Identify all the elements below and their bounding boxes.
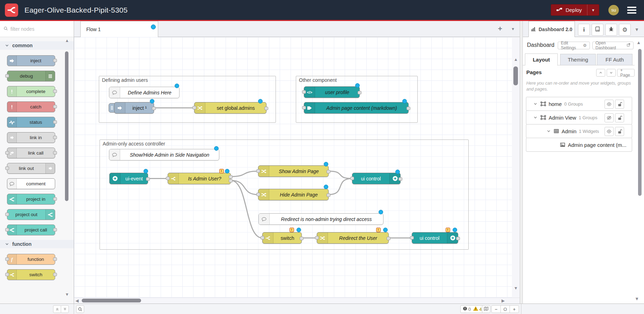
palette-node-function[interactable]: ffunction xyxy=(7,254,55,265)
node-output-port[interactable] xyxy=(152,107,156,110)
tree-row-Admin-page-content-m-[interactable]: Admin page content (m... xyxy=(526,138,632,152)
collapse-all-button[interactable] xyxy=(596,69,605,77)
palette-node-complete[interactable]: complete xyxy=(7,86,55,97)
node-output-port[interactable] xyxy=(53,136,57,139)
node-output-port[interactable] xyxy=(53,257,57,261)
node-output-port[interactable] xyxy=(146,177,150,181)
flow-canvas[interactable]: Defining admin usersOther componentAdmin… xyxy=(74,37,520,298)
sidebar-tabs-caret[interactable]: ▼ xyxy=(635,27,639,32)
node-input-port[interactable] xyxy=(256,193,260,196)
flow-list-caret[interactable]: ▾ xyxy=(512,26,514,31)
tab-theming[interactable]: Theming xyxy=(560,54,596,65)
tab-ff-auth[interactable]: FF Auth xyxy=(597,54,632,65)
config-tab-button[interactable]: ⚙ xyxy=(619,24,631,36)
tree-row-chevron[interactable] xyxy=(533,102,537,106)
palette-expand-button[interactable] xyxy=(61,305,69,313)
flow-node-ui-control-2[interactable]: ui control xyxy=(412,232,458,244)
zoom-reset-button[interactable]: O xyxy=(500,306,510,313)
palette-node-project-call[interactable]: project call xyxy=(7,224,55,235)
canvas-scroll-right[interactable]: ▶ xyxy=(502,299,505,303)
canvas-scroll-down[interactable]: ▼ xyxy=(514,286,518,290)
flow-node-ui-event[interactable]: ui-event xyxy=(109,173,148,184)
sidebar-resize-handle[interactable] xyxy=(520,21,523,304)
palette-node-project-out[interactable]: project out xyxy=(7,209,55,220)
node-output-port[interactable] xyxy=(53,120,57,124)
node-input-port[interactable] xyxy=(256,169,260,173)
node-input-port[interactable] xyxy=(261,236,264,240)
flow-node-ui-control-1[interactable]: ui control xyxy=(352,173,401,184)
flow-node-is-admin[interactable]: Is Admin User? xyxy=(168,173,231,184)
node-input-port[interactable] xyxy=(5,273,9,276)
info-tab-button[interactable]: i xyxy=(578,24,590,36)
lock-toggle-button[interactable] xyxy=(615,100,624,109)
tree-row-Admin-View[interactable]: Admin View1 Groups xyxy=(526,110,632,124)
visibility-toggle-button[interactable] xyxy=(605,113,614,122)
tab-dashboard-2[interactable]: Dashboard 2.0 xyxy=(528,21,575,37)
node-input-port[interactable] xyxy=(302,90,306,94)
flow-node-switch-node[interactable]: switch xyxy=(262,232,302,244)
flow-group-Defining-admin-users[interactable]: Defining admin users xyxy=(99,76,276,123)
open-dashboard-button[interactable]: Open Dashboard xyxy=(592,42,634,49)
sidebar-scroll-down[interactable]: ▼ xyxy=(635,296,639,301)
inject-button[interactable] xyxy=(109,103,115,113)
node-output-port[interactable] xyxy=(53,197,57,201)
palette-category-common[interactable]: common xyxy=(0,41,74,50)
node-input-port[interactable] xyxy=(5,228,9,231)
palette-node-link-out[interactable]: link out xyxy=(7,163,55,174)
canvas-scroll-left[interactable]: ◀ xyxy=(75,299,79,303)
sidebar-scroll-up[interactable]: ▲ xyxy=(636,40,641,45)
node-input-port[interactable] xyxy=(350,177,354,180)
deploy-button[interactable]: Deploy ▼ xyxy=(551,4,599,16)
deploy-options-caret[interactable]: ▼ xyxy=(587,5,599,15)
palette-node-link-call[interactable]: link call xyxy=(7,148,55,158)
node-input-port[interactable] xyxy=(192,106,196,109)
node-input-port[interactable] xyxy=(166,177,170,180)
node-input-port[interactable] xyxy=(5,151,9,155)
canvas-hscroll-thumb[interactable] xyxy=(82,299,141,302)
expand-all-button[interactable] xyxy=(607,69,616,77)
flow-node-comment-define[interactable]: Define Admins Here xyxy=(109,87,180,98)
add-flow-button[interactable]: + xyxy=(498,25,502,32)
node-output-port[interactable] xyxy=(53,59,57,62)
lock-toggle-button[interactable] xyxy=(615,113,624,122)
node-output-port[interactable] xyxy=(53,105,57,108)
tree-row-home[interactable]: home0 Groups xyxy=(526,97,632,111)
help-tab-button[interactable] xyxy=(592,24,603,36)
canvas-scroll-up[interactable]: ▲ xyxy=(514,57,518,62)
flow-tab[interactable]: Flow 1 xyxy=(80,21,158,37)
palette-node-link-in[interactable]: link in xyxy=(7,132,55,143)
flow-node-inject[interactable]: inject ¹ xyxy=(114,102,154,114)
canvas-search-button[interactable] xyxy=(76,305,84,313)
visibility-toggle-button[interactable] xyxy=(605,100,614,109)
tree-row-chevron[interactable] xyxy=(533,115,537,120)
notification-counts[interactable]: 0 4 xyxy=(460,305,484,313)
add-page-button[interactable]: + Page xyxy=(617,69,635,77)
palette-scrollbar-thumb[interactable] xyxy=(65,51,68,201)
node-output-port[interactable] xyxy=(53,151,57,155)
node-output-port[interactable] xyxy=(398,177,402,181)
node-output-port[interactable] xyxy=(53,273,57,276)
tree-row-chevron[interactable] xyxy=(547,129,551,133)
sidebar-scrollbar-thumb[interactable] xyxy=(638,49,642,196)
main-menu-button[interactable] xyxy=(627,7,636,14)
zoom-out-button[interactable]: − xyxy=(492,306,500,313)
zoom-in-button[interactable]: + xyxy=(510,306,519,313)
flow-node-comment-shownav[interactable]: Show/Hide Admin in Side Navigation xyxy=(109,149,219,160)
flow-node-redirect-user[interactable]: Redirect the User xyxy=(317,232,389,244)
node-output-port[interactable] xyxy=(407,107,410,110)
node-input-port[interactable] xyxy=(302,106,306,109)
node-output-port[interactable] xyxy=(264,107,268,110)
node-output-port[interactable] xyxy=(327,170,330,173)
palette-node-catch[interactable]: catch xyxy=(7,101,55,112)
flow-node-hide-admin[interactable]: Hide Admin Page xyxy=(258,189,329,200)
node-output-port[interactable] xyxy=(327,193,330,197)
palette-node-comment[interactable]: comment xyxy=(7,178,55,189)
node-output-port[interactable] xyxy=(358,91,361,94)
palette-node-switch[interactable]: switch xyxy=(7,269,55,280)
flow-node-comment-redirect[interactable]: Redirect is non-admin trying direct acce… xyxy=(258,213,383,225)
node-input-port[interactable] xyxy=(5,74,9,78)
palette-scroll-down[interactable]: ▼ xyxy=(65,292,69,297)
node-output-port[interactable] xyxy=(456,237,460,240)
node-output-port[interactable] xyxy=(229,175,233,179)
tree-row-Admin[interactable]: Admin1 Widgets xyxy=(526,124,632,138)
